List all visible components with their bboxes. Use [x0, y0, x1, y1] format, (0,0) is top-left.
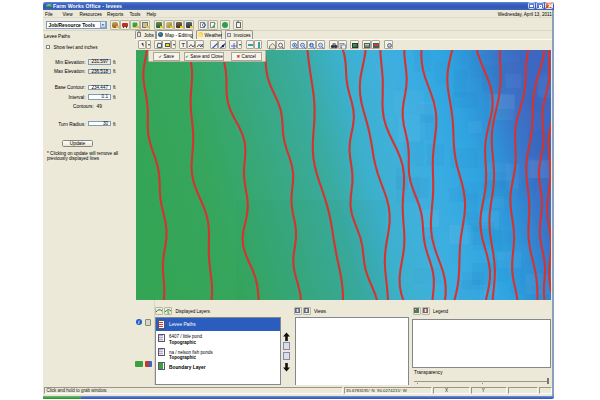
svg-text:$: $ — [167, 310, 170, 315]
